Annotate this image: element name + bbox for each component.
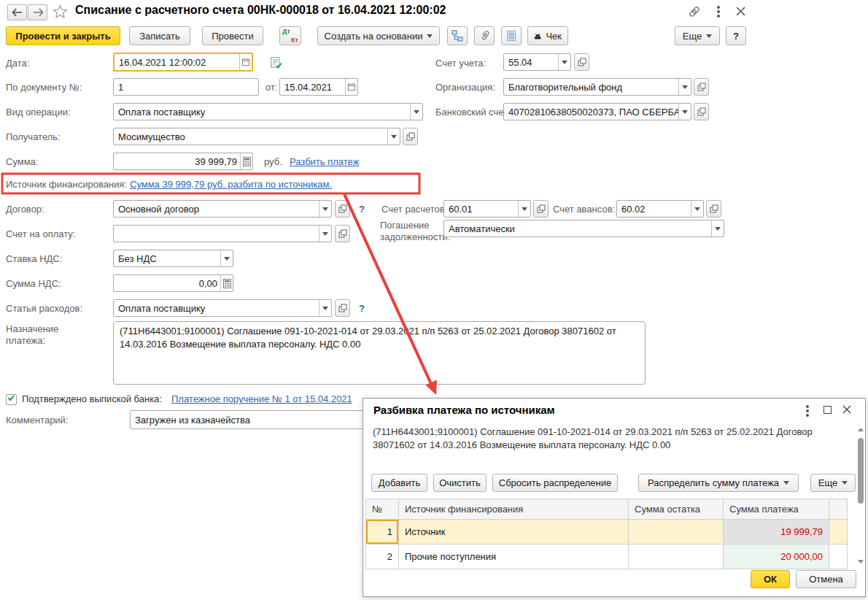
chevron-down-icon[interactable] xyxy=(319,300,331,316)
scroll-up-icon[interactable] xyxy=(858,428,864,431)
open-icon xyxy=(537,204,546,213)
forward-button[interactable] xyxy=(28,4,47,20)
row-balance-cell[interactable] xyxy=(629,520,724,545)
window-menu-icon[interactable] xyxy=(717,6,720,9)
col-funding-source[interactable]: Источник финансирования xyxy=(399,499,629,520)
date-field[interactable]: 16.04.2021 12:00:02 xyxy=(113,53,253,72)
split-payment-link[interactable]: Разбить платеж xyxy=(290,156,359,167)
contract-select[interactable]: Основной договор xyxy=(113,200,332,218)
document-checked-icon[interactable] xyxy=(270,56,283,69)
row-num-cell[interactable]: 2 xyxy=(366,545,399,569)
ok-button[interactable]: ОК xyxy=(751,570,790,588)
col-balance[interactable]: Сумма остатка xyxy=(629,499,724,520)
dialog-close-icon[interactable] xyxy=(842,404,852,415)
dialog-menu-icon[interactable] xyxy=(806,405,809,408)
advance-account-open-button[interactable] xyxy=(706,200,721,218)
amount-field[interactable]: 39 999,79 xyxy=(113,153,253,170)
reset-distribution-button[interactable]: Сбросить распределение xyxy=(492,474,618,492)
contract-help-icon[interactable]: ? xyxy=(359,204,365,215)
calculator-icon[interactable] xyxy=(240,153,252,169)
chevron-down-icon xyxy=(427,34,433,38)
doc-number-field[interactable]: 1 xyxy=(113,78,259,96)
create-based-on-button[interactable]: Создать на основании xyxy=(317,26,440,45)
settlement-account-select[interactable]: 60.01 xyxy=(443,200,531,218)
expense-item-help-icon[interactable]: ? xyxy=(359,303,365,314)
advance-account-select[interactable]: 60.02 xyxy=(616,200,704,218)
settlement-account-open-button[interactable] xyxy=(533,200,549,218)
doc-from-label: от: xyxy=(266,82,278,93)
row-source-cell[interactable]: Источник xyxy=(399,520,629,545)
show-postings-button[interactable]: Дт Кт xyxy=(279,26,301,45)
row-num-cell[interactable]: 1 xyxy=(366,520,399,545)
bank-account-open-button[interactable] xyxy=(694,103,709,120)
close-form-icon[interactable] xyxy=(735,6,746,17)
table-row[interactable]: 1 Источник 19 999,79 xyxy=(366,520,848,545)
help-button[interactable]: ? xyxy=(726,26,746,45)
chevron-down-icon[interactable] xyxy=(319,201,331,217)
clear-button[interactable]: Очистить xyxy=(433,474,487,492)
structure-icon xyxy=(452,30,463,42)
chevron-down-icon[interactable] xyxy=(220,250,233,266)
row-balance-cell[interactable] xyxy=(629,545,724,569)
vat-amount-field[interactable]: 0,00 xyxy=(113,274,233,292)
expense-item-select[interactable]: Оплата поставщику xyxy=(113,299,332,317)
back-button[interactable] xyxy=(7,4,27,20)
debt-repayment-label: Погашение задолженности: xyxy=(380,220,443,243)
get-link-icon[interactable] xyxy=(688,5,701,18)
more-button[interactable]: Еще xyxy=(675,26,720,45)
save-button[interactable]: Записать xyxy=(129,26,190,45)
chevron-down-icon[interactable] xyxy=(410,104,422,120)
payee-open-button[interactable] xyxy=(403,128,418,145)
contract-open-button[interactable] xyxy=(335,200,350,218)
organization-select[interactable]: Благотворительный фонд xyxy=(503,78,691,96)
payment-register-button[interactable] xyxy=(501,26,522,45)
favorite-star-icon[interactable] xyxy=(53,4,68,19)
distribute-amount-button[interactable]: Распределить сумму платежа xyxy=(638,474,799,492)
row-payment-cell[interactable]: 19 999,79 xyxy=(724,520,829,545)
dialog-maximize-icon[interactable] xyxy=(824,406,832,414)
add-button[interactable]: Добавить xyxy=(371,474,427,492)
scroll-down-icon[interactable] xyxy=(858,560,864,564)
payment-order-link[interactable]: Платежное поручение № 1 от 15.04.2021 xyxy=(171,393,352,404)
organization-open-button[interactable] xyxy=(694,78,709,96)
calendar-icon[interactable] xyxy=(345,79,357,95)
chevron-down-icon[interactable] xyxy=(691,201,703,217)
post-button[interactable]: Провести xyxy=(202,26,263,45)
row-source-cell[interactable]: Прочие поступления xyxy=(399,545,629,569)
funding-source-link[interactable]: Сумма 39 999,79 руб. разбита по источник… xyxy=(130,179,332,190)
calculator-icon[interactable] xyxy=(220,275,233,291)
bank-statement-checkbox[interactable] xyxy=(6,394,17,405)
chevron-down-icon[interactable] xyxy=(678,104,691,120)
expense-item-open-button[interactable] xyxy=(335,299,350,317)
bank-account-select[interactable]: 40702810638050020373, ПАО СБЕРБАНК xyxy=(503,103,691,120)
payment-purpose-textarea[interactable]: (711Н6443001;9100001) Соглашение 091-10-… xyxy=(113,321,646,385)
debt-repayment-select[interactable]: Автоматически xyxy=(443,220,724,237)
chevron-down-icon[interactable] xyxy=(711,220,724,236)
related-documents-button[interactable] xyxy=(447,26,468,45)
chevron-down-icon[interactable] xyxy=(518,201,530,217)
doc-date-field[interactable]: 15.04.2021 xyxy=(279,78,358,96)
check-button[interactable]: Чек xyxy=(527,26,568,45)
invoice-open-button[interactable] xyxy=(335,225,350,242)
payee-select[interactable]: Мосимущество xyxy=(113,128,400,145)
operation-type-select[interactable]: Оплата поставщику xyxy=(113,103,423,120)
chevron-down-icon[interactable] xyxy=(387,128,400,145)
calendar-icon[interactable] xyxy=(239,54,252,70)
account-open-button[interactable] xyxy=(574,53,589,71)
account-select[interactable]: 55.04 xyxy=(503,53,571,71)
chevron-down-icon[interactable] xyxy=(319,226,331,242)
contract-label: Договор: xyxy=(6,204,44,215)
cancel-button[interactable]: Отмена xyxy=(796,570,856,588)
col-payment[interactable]: Сумма платежа xyxy=(724,499,829,520)
scrollbar-thumb[interactable] xyxy=(858,438,864,504)
dialog-more-button[interactable]: Еще xyxy=(810,474,856,492)
chevron-down-icon[interactable] xyxy=(678,79,691,95)
chevron-down-icon[interactable] xyxy=(558,54,570,70)
vat-rate-select[interactable]: Без НДС xyxy=(113,250,233,267)
attachments-button[interactable] xyxy=(474,26,495,45)
col-num[interactable]: № xyxy=(366,499,399,520)
post-and-close-button[interactable]: Провести и закрыть xyxy=(6,26,120,45)
row-payment-cell[interactable]: 20 000,00 xyxy=(724,545,829,569)
invoice-select[interactable] xyxy=(113,225,332,242)
table-row[interactable]: 2 Прочие поступления 20 000,00 xyxy=(366,545,848,569)
